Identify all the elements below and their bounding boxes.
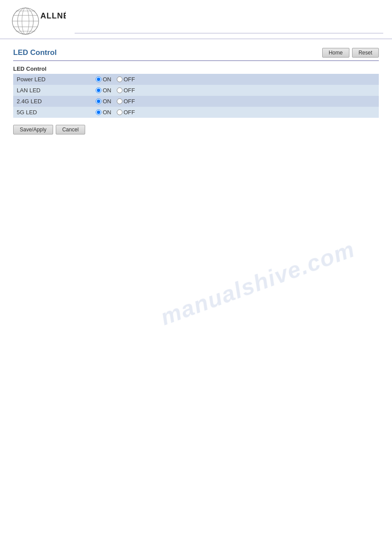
led-table-row: 2.4G LEDONOFF xyxy=(13,96,379,107)
led-label-2g-led: 2.4G LED xyxy=(13,96,92,107)
page-title-row: LED Control Home Reset xyxy=(13,48,379,61)
5g-led-off-radio[interactable] xyxy=(117,109,122,115)
watermark: manualshive.com xyxy=(157,236,358,330)
reset-button[interactable]: Reset xyxy=(352,48,379,58)
svg-text:®: ® xyxy=(65,11,66,15)
allnet-logo: ALLNET ® xyxy=(9,4,66,35)
led-control-2g-led[interactable]: ONOFF xyxy=(92,96,379,107)
led-label-lan-led: LAN LED xyxy=(13,85,92,96)
led-control-5g-led[interactable]: ONOFF xyxy=(92,107,379,118)
2g-led-on-radio[interactable] xyxy=(96,98,101,104)
led-label-power-led: Power LED xyxy=(13,74,92,85)
cancel-button[interactable]: Cancel xyxy=(56,125,85,134)
logo: ALLNET ® xyxy=(9,4,66,35)
home-button[interactable]: Home xyxy=(322,48,349,58)
page-header: ALLNET ® xyxy=(0,0,392,39)
header-divider xyxy=(75,33,383,33)
led-table-row: Power LEDONOFF xyxy=(13,74,379,85)
led-section-title: LED Control xyxy=(13,65,379,72)
led-table-row: 5G LEDONOFF xyxy=(13,107,379,118)
page-title: LED Control xyxy=(13,48,57,57)
main-content: LED Control Home Reset LED Control Power… xyxy=(0,39,392,143)
5g-led-on-radio[interactable] xyxy=(96,109,101,115)
save-apply-button[interactable]: Save/Apply xyxy=(13,125,53,134)
led-table: Power LEDONOFFLAN LEDONOFF2.4G LEDONOFF5… xyxy=(13,74,379,118)
led-control-power-led[interactable]: ONOFF xyxy=(92,74,379,85)
svg-text:ALLNET: ALLNET xyxy=(40,11,66,20)
led-label-5g-led: 5G LED xyxy=(13,107,92,118)
led-control-lan-led[interactable]: ONOFF xyxy=(92,85,379,96)
bottom-buttons: Save/Apply Cancel xyxy=(13,125,379,134)
title-buttons: Home Reset xyxy=(322,48,379,58)
2g-led-off-radio[interactable] xyxy=(117,98,122,104)
lan-led-on-radio[interactable] xyxy=(96,87,101,93)
lan-led-off-radio[interactable] xyxy=(117,87,122,93)
power-led-off-radio[interactable] xyxy=(117,76,122,82)
power-led-on-radio[interactable] xyxy=(96,76,101,82)
led-control-section: LED Control Power LEDONOFFLAN LEDONOFF2.… xyxy=(13,65,379,118)
led-table-row: LAN LEDONOFF xyxy=(13,85,379,96)
